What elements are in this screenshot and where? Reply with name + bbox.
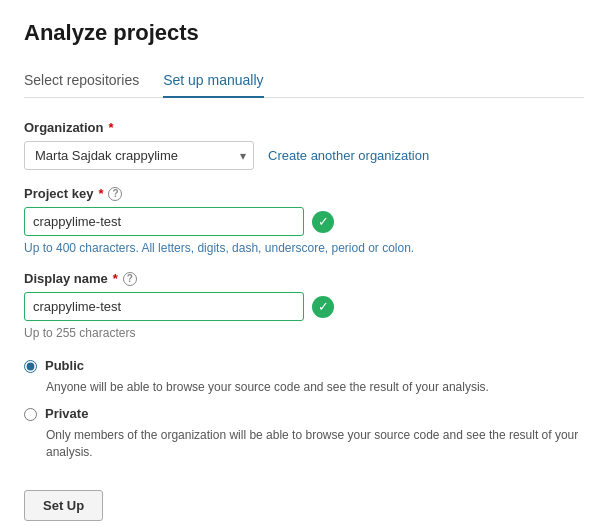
public-radio-description: Anyone will be able to browse your sourc… <box>46 379 584 396</box>
public-radio[interactable] <box>24 360 37 373</box>
organization-row: Marta Sajdak crappylime Create another o… <box>24 141 584 170</box>
project-key-help-icon[interactable]: ? <box>108 187 122 201</box>
organization-field-group: Organization* Marta Sajdak crappylime Cr… <box>24 120 584 170</box>
display-name-label: Display name* ? <box>24 271 584 286</box>
project-key-label: Project key* ? <box>24 186 584 201</box>
setup-button[interactable]: Set Up <box>24 490 103 521</box>
project-key-field-group: Project key* ? ✓ Up to 400 characters. A… <box>24 186 584 255</box>
project-key-input[interactable] <box>24 207 304 236</box>
project-key-valid-icon: ✓ <box>312 211 334 233</box>
public-radio-label[interactable]: Public <box>45 358 84 373</box>
visibility-group: Public Anyone will be able to browse you… <box>24 358 584 460</box>
private-radio[interactable] <box>24 408 37 421</box>
display-name-input-row: ✓ <box>24 292 584 321</box>
required-indicator-key: * <box>98 186 103 201</box>
required-indicator-dn: * <box>113 271 118 286</box>
create-organization-link[interactable]: Create another organization <box>268 148 429 163</box>
organization-select[interactable]: Marta Sajdak crappylime <box>24 141 254 170</box>
organization-label: Organization* <box>24 120 584 135</box>
organization-select-wrap: Marta Sajdak crappylime <box>24 141 254 170</box>
private-radio-label[interactable]: Private <box>45 406 88 421</box>
display-name-help-icon[interactable]: ? <box>123 272 137 286</box>
display-name-field-group: Display name* ? ✓ Up to 255 characters <box>24 271 584 340</box>
tab-select-repositories[interactable]: Select repositories <box>24 64 139 98</box>
project-key-hint: Up to 400 characters. All letters, digit… <box>24 241 584 255</box>
page-title: Analyze projects <box>24 20 584 46</box>
tabs-bar: Select repositories Set up manually <box>24 64 584 98</box>
display-name-hint: Up to 255 characters <box>24 326 584 340</box>
display-name-valid-icon: ✓ <box>312 296 334 318</box>
required-indicator: * <box>108 120 113 135</box>
project-key-input-row: ✓ <box>24 207 584 236</box>
private-radio-description: Only members of the organization will be… <box>46 427 584 461</box>
public-radio-option: Public <box>24 358 584 373</box>
tab-setup-manually[interactable]: Set up manually <box>163 64 263 98</box>
display-name-input[interactable] <box>24 292 304 321</box>
private-radio-option: Private <box>24 406 584 421</box>
